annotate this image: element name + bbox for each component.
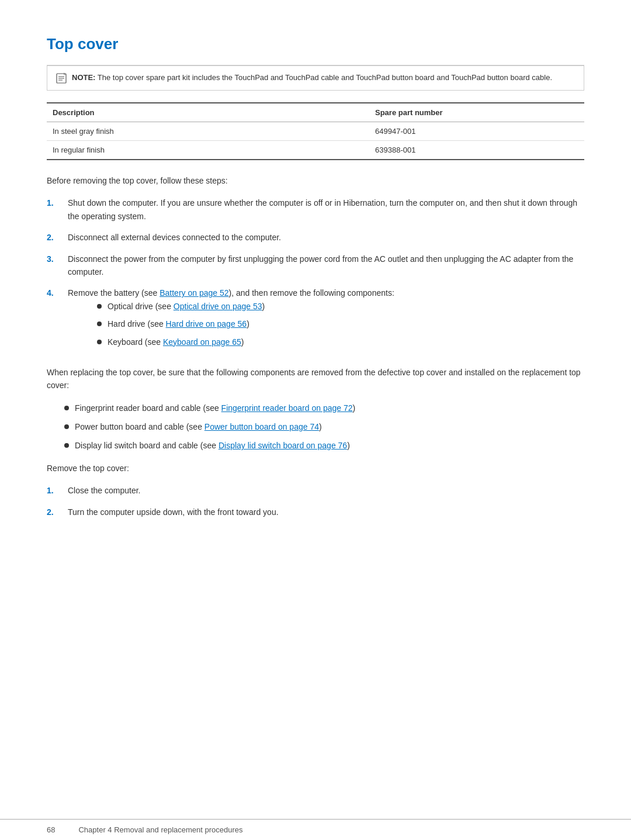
table-cell-description: In regular finish [47,141,369,160]
intro-text: Before removing the top cover, follow th… [47,174,584,187]
note-box: NOTE: The top cover spare part kit inclu… [47,65,584,91]
sub-bullet-item-2: Hard drive (see Hard drive on page 56) [97,317,394,330]
prereq-step-1: 1.Shut down the computer. If you are uns… [47,196,584,223]
step-number: 1. [47,484,68,497]
step-number: 2. [47,506,68,518]
page-title: Top cover [47,35,584,53]
bullet-dot [97,304,102,309]
step-number: 4. [47,286,68,299]
bullet-text: Hard drive (see Hard drive on page 56) [108,317,249,330]
step-number: 3. [47,253,68,265]
table-row: In regular finish639388-001 [47,141,584,160]
remove-label: Remove the top cover: [47,462,584,475]
replacement-bullet-3: Display lid switch board and cable (see … [64,439,584,452]
replacement-bullets-list: Fingerprint reader board and cable (see … [64,402,584,452]
remove-steps-list: 1.Close the computer.2.Turn the computer… [47,484,584,518]
replacement-note: When replacing the top cover, be sure th… [47,366,584,392]
bullet-link[interactable]: Optical drive on page 53 [174,302,262,311]
remove-step-1: 1.Close the computer. [47,484,584,497]
bullet-dot [97,340,102,344]
step-number: 2. [47,231,68,244]
replacement-bullet-2: Power button board and cable (see Power … [64,420,584,433]
bullet-link[interactable]: Keyboard on page 65 [163,337,241,347]
col-part-number-header: Spare part number [369,103,584,122]
table-cell-description: In steel gray finish [47,122,369,141]
step-text: Shut down the computer. If you are unsur… [68,196,584,223]
step-text: Close the computer. [68,484,141,497]
battery-link[interactable]: Battery on page 52 [160,288,228,298]
table-row: In steel gray finish649947-001 [47,122,584,141]
sub-bullets-list: Optical drive (see Optical drive on page… [97,300,394,348]
note-label: NOTE: [72,73,95,82]
footer: 68 Chapter 4 Removal and replacement pro… [0,819,631,840]
bullet-dot [97,322,102,326]
prereq-steps-list: 1.Shut down the computer. If you are uns… [47,196,584,357]
bullet-link[interactable]: Hard drive on page 56 [166,319,247,329]
footer-chapter-text: Chapter 4 Removal and replacement proced… [78,825,242,834]
replacement-link[interactable]: Fingerprint reader board on page 72 [221,403,353,413]
bullet-dot [64,424,69,429]
replacement-bullet-text: Power button board and cable (see Power … [75,420,322,433]
replacement-link[interactable]: Power button board on page 74 [204,422,319,431]
sub-bullet-item-1: Optical drive (see Optical drive on page… [97,300,394,313]
step-text: Disconnect the power from the computer b… [68,253,584,279]
bullet-dot [64,406,69,410]
step-text: Disconnect all external devices connecte… [68,231,281,244]
step-number: 1. [47,196,68,209]
step-text: Remove the battery (see Battery on page … [68,286,394,357]
note-body: The top cover spare part kit includes th… [98,73,552,82]
bullet-text: Optical drive (see Optical drive on page… [108,300,265,313]
table-cell-part-number: 649947-001 [369,122,584,141]
replacement-bullet-text: Display lid switch board and cable (see … [75,439,350,452]
sub-bullet-item-3: Keyboard (see Keyboard on page 65) [97,336,394,348]
replacement-bullet-1: Fingerprint reader board and cable (see … [64,402,584,414]
prereq-step-2: 2.Disconnect all external devices connec… [47,231,584,244]
step-text: Turn the computer upside down, with the … [68,506,279,518]
prereq-step-3: 3.Disconnect the power from the computer… [47,253,584,279]
remove-step-2: 2.Turn the computer upside down, with th… [47,506,584,518]
footer-page-number: 68 [47,825,55,834]
prereq-step-4: 4.Remove the battery (see Battery on pag… [47,286,584,357]
bullet-dot [64,443,69,448]
replacement-bullet-text: Fingerprint reader board and cable (see … [75,402,355,414]
replacement-link[interactable]: Display lid switch board on page 76 [219,441,347,450]
note-text: NOTE: The top cover spare part kit inclu… [72,72,552,84]
col-description-header: Description [47,103,369,122]
bullet-text: Keyboard (see Keyboard on page 65) [108,336,244,348]
note-icon [56,72,67,84]
parts-table: Description Spare part number In steel g… [47,102,584,160]
table-cell-part-number: 639388-001 [369,141,584,160]
